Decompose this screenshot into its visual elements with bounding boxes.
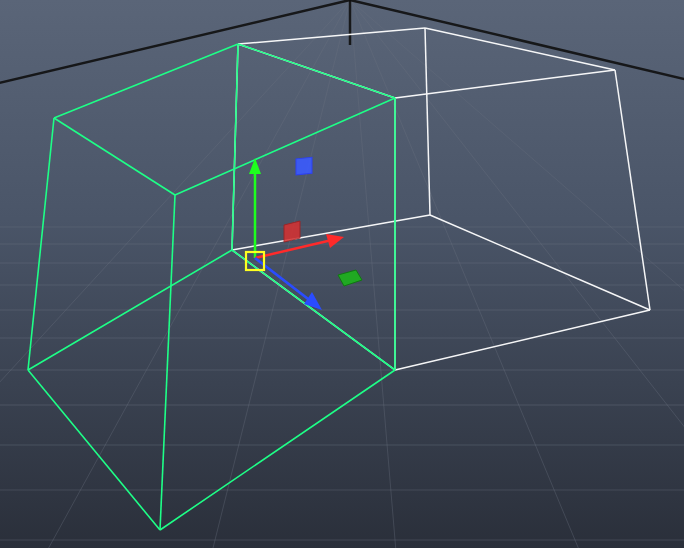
svg-line-40 (160, 195, 175, 530)
gizmo-xy-plane-handle[interactable] (296, 157, 312, 175)
svg-marker-48 (326, 234, 344, 248)
cube-selected[interactable] (28, 44, 395, 530)
svg-line-23 (395, 70, 615, 98)
svg-line-22 (425, 28, 615, 70)
svg-line-36 (54, 118, 175, 195)
svg-line-15 (350, 0, 600, 548)
svg-line-38 (232, 44, 238, 250)
svg-marker-50 (304, 292, 322, 310)
svg-line-43 (160, 370, 395, 530)
3d-viewport[interactable] (0, 0, 684, 548)
translate-gizmo[interactable] (246, 157, 362, 310)
svg-line-21 (238, 28, 425, 44)
svg-line-33 (54, 44, 238, 118)
gizmo-y-axis[interactable] (249, 158, 261, 258)
svg-line-11 (0, 0, 350, 548)
svg-line-44 (28, 370, 160, 530)
svg-line-27 (615, 70, 650, 310)
svg-line-31 (395, 310, 650, 370)
svg-line-20 (350, 0, 684, 130)
gizmo-yz-plane-handle[interactable] (284, 221, 300, 242)
gizmo-xz-plane-handle[interactable] (338, 270, 362, 286)
svg-line-47 (255, 240, 332, 258)
svg-line-12 (20, 0, 350, 548)
